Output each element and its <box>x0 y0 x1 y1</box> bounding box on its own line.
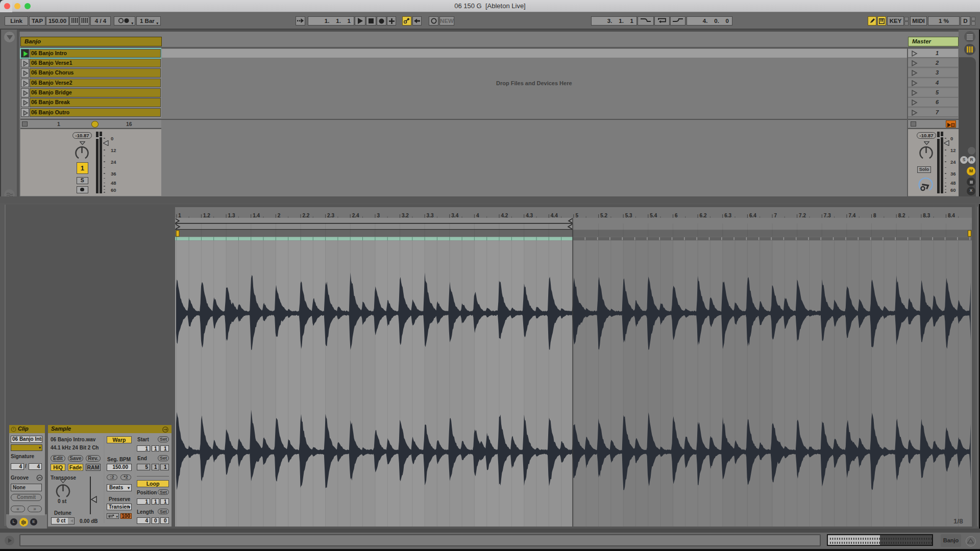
svg-text:2.3: 2.3 <box>327 213 334 218</box>
svg-text:6.4: 6.4 <box>749 213 756 218</box>
svg-text:1.3: 1.3 <box>228 213 235 218</box>
svg-text:6.2: 6.2 <box>700 213 707 218</box>
svg-text:1.2: 1.2 <box>203 213 210 218</box>
svg-text:7.3: 7.3 <box>824 213 831 218</box>
svg-text:7: 7 <box>774 213 777 218</box>
svg-text:6.3: 6.3 <box>724 213 731 218</box>
svg-text:1: 1 <box>178 213 181 218</box>
svg-text:6: 6 <box>675 213 678 218</box>
svg-text:4.2: 4.2 <box>501 213 508 218</box>
svg-text:7.2: 7.2 <box>799 213 806 218</box>
svg-text:2.2: 2.2 <box>303 213 310 218</box>
svg-text:2: 2 <box>278 213 281 218</box>
svg-text:5.3: 5.3 <box>625 213 632 218</box>
svg-text:8.3: 8.3 <box>923 213 930 218</box>
svg-text:1.4: 1.4 <box>253 213 260 218</box>
svg-text:3.2: 3.2 <box>402 213 409 218</box>
svg-text:4.3: 4.3 <box>526 213 533 218</box>
svg-text:8.4: 8.4 <box>948 213 955 218</box>
svg-text:3.3: 3.3 <box>427 213 434 218</box>
svg-text:5.2: 5.2 <box>600 213 607 218</box>
svg-text:4: 4 <box>476 213 479 218</box>
svg-text:4.4: 4.4 <box>551 213 558 218</box>
svg-text:8.2: 8.2 <box>898 213 905 218</box>
svg-text:2.4: 2.4 <box>352 213 359 218</box>
svg-text:7.4: 7.4 <box>848 213 855 218</box>
svg-text:3: 3 <box>377 213 380 218</box>
svg-text:1/8: 1/8 <box>953 517 963 525</box>
svg-text:3.4: 3.4 <box>451 213 458 218</box>
svg-text:5: 5 <box>575 213 578 218</box>
svg-text:5.4: 5.4 <box>650 213 657 218</box>
svg-text:8: 8 <box>873 213 876 218</box>
